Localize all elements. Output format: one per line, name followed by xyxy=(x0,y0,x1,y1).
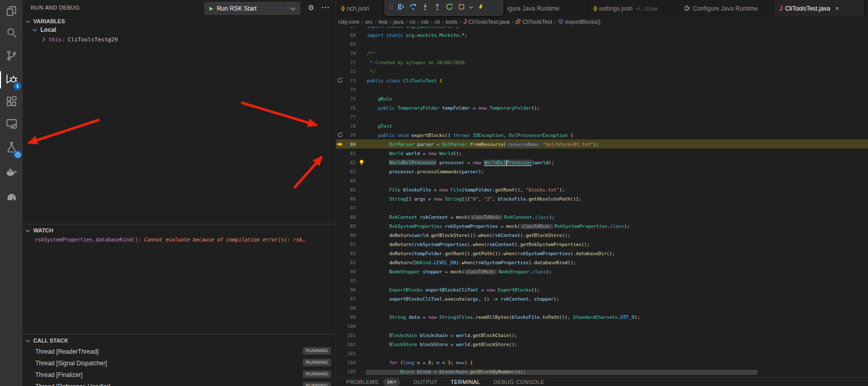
close-icon[interactable]: × xyxy=(835,5,839,12)
watch-expression-row[interactable]: rskSystemProperties.databaseKind(): Cann… xyxy=(35,237,334,243)
lightbulb-icon[interactable] xyxy=(356,159,367,166)
code-text: /** xyxy=(367,51,375,56)
code-line-97: 97 exportBlocksCliTool.execute(args, () … xyxy=(336,294,868,303)
breadcrumb-separator: › xyxy=(554,19,556,25)
breadcrumb-item[interactable]: tools xyxy=(446,19,457,25)
activity-item-gradle[interactable] xyxy=(0,186,23,208)
activity-item-run-and-debug[interactable]: 1 xyxy=(0,69,23,90)
code-text: */ xyxy=(367,69,375,74)
activity-item-docker[interactable] xyxy=(0,163,23,184)
stop-button[interactable] xyxy=(456,2,467,13)
test-running-icon[interactable] xyxy=(336,132,344,138)
code-text: doReturn(DbKind.LEVEL_DB).when(rskSystem… xyxy=(367,260,576,265)
method-symbol-icon xyxy=(558,19,564,25)
horizontal-scrollbar[interactable] xyxy=(366,370,757,375)
sidebar-title: RUN AND DEBUG xyxy=(31,5,80,11)
code-text: processor.processCommands(parser); xyxy=(367,169,484,174)
code-text: doReturn(world.getBlockStore()).when(rsk… xyxy=(367,232,570,238)
editor-tab-clitoolstest-java[interactable]: JCliToolsTest.java× xyxy=(774,0,864,17)
line-number: 80 xyxy=(344,141,356,147)
debug-current-line-icon[interactable] xyxy=(336,141,344,147)
code-line-92: 92 doReturn(tempFolder.getRoot().getPath… xyxy=(336,249,868,258)
activity-item-explorer[interactable] xyxy=(0,2,23,23)
editor-tab[interactable]: J xyxy=(864,0,868,17)
tab-label: nch.json xyxy=(347,5,369,12)
stop-options-button[interactable] xyxy=(468,2,474,13)
line-number: 84 xyxy=(344,178,356,183)
panel-tab-terminal[interactable]: TERMINAL xyxy=(451,379,480,385)
line-number: 103 xyxy=(344,351,356,356)
call-stack-thread-row[interactable]: Thread [Signal Dispatcher] RUNNING xyxy=(23,357,336,369)
hot-code-replace-button[interactable] xyxy=(475,2,486,13)
variable-this-row[interactable]: this: CliToolsTest@29 xyxy=(41,36,118,43)
editor-tab-configure-java-runtime[interactable]: Configure Java Runtime xyxy=(679,0,774,17)
call-stack-thread-row[interactable]: Thread [Finalizer] RUNNING xyxy=(23,369,336,380)
activity-item-extensions[interactable] xyxy=(0,92,23,113)
breadcrumb-item[interactable]: cli xyxy=(435,19,440,25)
breadcrumb-item[interactable]: java xyxy=(394,19,404,25)
thread-label: Thread [Signal Dispatcher] xyxy=(35,360,107,367)
panel-tab-output[interactable]: OUTPUT xyxy=(413,379,438,385)
gear-icon[interactable]: ⚙ xyxy=(308,4,314,12)
thread-status-badge: RUNNING xyxy=(303,347,331,355)
watch-section-header[interactable]: WATCH xyxy=(23,225,336,235)
editor-tab-settings-json[interactable]: {}settings.json~/.../User xyxy=(588,0,679,17)
code-text: import static org.mockito.Mockito.*; xyxy=(367,32,467,38)
breadcrumb-file[interactable]: JCliToolsTest.java xyxy=(463,18,510,25)
code-text: DslParser parser = DslParser.fromResourc… xyxy=(367,141,599,147)
docker-icon xyxy=(5,166,18,181)
line-number: 104 xyxy=(344,360,356,365)
breadcrumb-method[interactable]: exportBlocks() xyxy=(558,19,601,25)
restart-button[interactable] xyxy=(444,2,455,13)
breadcrumb-class[interactable]: CliToolsTest xyxy=(515,19,552,25)
panel-tab-debug-console[interactable]: DEBUG CONSOLE xyxy=(494,379,545,385)
line-number: 78 xyxy=(344,123,356,129)
run-config-button[interactable]: ▶ Run RSK Start xyxy=(204,2,300,15)
activity-item-remote-explorer[interactable] xyxy=(0,114,23,135)
code-text: World world = new World(); xyxy=(367,151,462,156)
thread-status-badge: RUNNING xyxy=(303,370,331,378)
activity-bar: 1 xyxy=(0,0,23,386)
line-number: 73 xyxy=(344,78,356,83)
call-stack-thread-row[interactable]: Thread [Reference Handler] RUNNING xyxy=(23,380,336,386)
thread-label: Thread [Reference Handler] xyxy=(35,383,111,386)
code-text: @Test xyxy=(367,123,392,129)
breadcrumb-item[interactable]: rskj-core xyxy=(338,19,359,25)
breadcrumb-item[interactable]: src xyxy=(365,19,373,25)
breadcrumb-item[interactable]: test xyxy=(378,19,388,25)
vscode-window: 1 RUN AND DEBUG ▶ Run RSK Start ⚙ ··· VA… xyxy=(0,0,868,386)
call-stack-thread-row[interactable]: Thread [ReaderThread] RUNNING xyxy=(23,346,336,357)
line-number: 83 xyxy=(344,169,356,174)
chevron-down-icon xyxy=(26,338,30,342)
code-text: NodeStopper stopper = mock(classToMock:N… xyxy=(367,269,552,274)
step-into-button[interactable] xyxy=(419,2,431,13)
code-line-104: 104 for (long n = 0; n < 3; n++) { xyxy=(336,358,868,367)
breadcrumb-item[interactable]: co xyxy=(409,19,415,25)
chevron-down-icon xyxy=(291,5,296,10)
stop-icon xyxy=(458,3,465,13)
step-out-button[interactable] xyxy=(431,2,443,13)
variables-section-header[interactable]: VARIABLES xyxy=(23,16,336,26)
continue-button[interactable] xyxy=(395,2,407,13)
variables-scope-local[interactable]: Local xyxy=(33,26,56,33)
breadcrumb: rskj-core›src›test›java›co›rsk›cli›tools… xyxy=(336,17,868,27)
code-text: WorldDslProcessor processor = new WorldD… xyxy=(367,160,554,165)
test-running-icon[interactable] xyxy=(336,77,344,83)
code-line-70: 70/** xyxy=(336,49,868,58)
step-over-button[interactable] xyxy=(407,2,419,13)
activity-item-testing[interactable] xyxy=(0,137,23,159)
breadcrumb-separator: › xyxy=(442,19,444,25)
activity-item-source-control[interactable] xyxy=(0,46,23,67)
code-text: exportBlocksCliTool.execute(args, () -> … xyxy=(367,296,559,302)
breadcrumb-separator: › xyxy=(430,19,432,25)
code-editor[interactable]: 67import static org.junit.Assert.*;68imp… xyxy=(336,21,868,376)
call-stack-section-header[interactable]: CALL STACK xyxy=(23,335,336,346)
editor-tab-igure-java-runtime[interactable]: igure Java Runtime xyxy=(502,0,588,17)
code-line-100: 100 xyxy=(336,321,868,330)
more-actions-icon[interactable]: ··· xyxy=(321,4,330,12)
panel-tab-problems[interactable]: PROBLEMS1K+ xyxy=(346,378,400,386)
breadcrumb-item[interactable]: rsk xyxy=(421,19,429,25)
line-number: 99 xyxy=(344,314,356,320)
activity-item-search[interactable] xyxy=(0,23,23,44)
panel-tab-label: TERMINAL xyxy=(451,379,480,385)
